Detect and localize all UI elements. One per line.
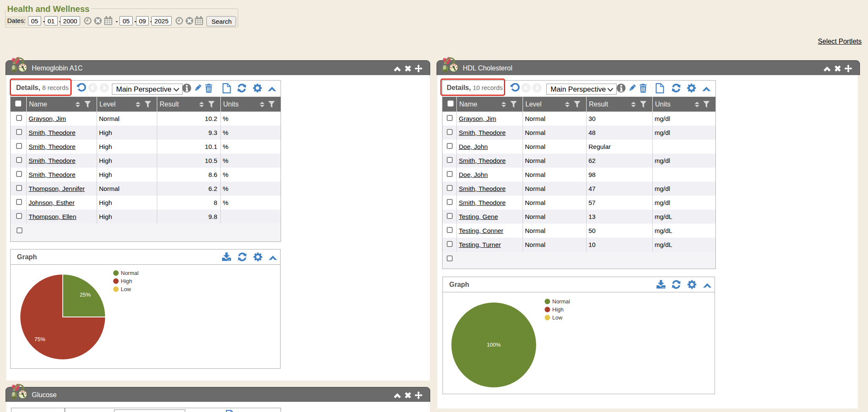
svg-text:75%: 75%: [34, 336, 45, 342]
svg-text:25%: 25%: [80, 291, 91, 298]
svg-text:100%: 100%: [487, 342, 501, 348]
